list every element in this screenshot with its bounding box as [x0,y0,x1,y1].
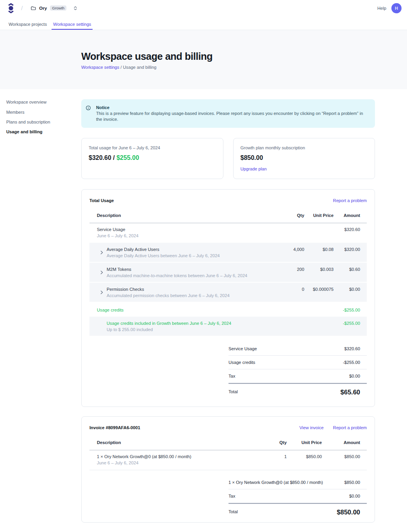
topbar: / Ory Growth Help H [0,0,407,16]
cell-unit-price [304,226,334,239]
summary-value: $850.00 [337,509,367,516]
workspace-name[interactable]: Ory [39,6,47,11]
invoice-row-growth-plan: 1 × Ory Network Growth@0 (at $850.00 / m… [89,450,367,470]
report-problem-link-usage[interactable]: Report a problem [333,197,367,204]
page-title: Workspace usage and billing [81,50,407,62]
summary-label: 1 × Ory Network Growth@0 (at $850.00 / m… [228,479,323,485]
total-usage-table-card: Total Usage Report a problem Description… [81,189,375,407]
invoice-card-title: Invoice #8099AFA6-0001 [89,425,140,431]
cell-qty: 4,000 [275,246,304,259]
summary-label: Total [228,389,238,395]
cell-qty [275,307,304,313]
summary-label: Tax [228,373,235,379]
cell-amount: $320.60 [334,226,360,239]
row-title: Service Usage [97,226,275,233]
cell-unit-price: $0.003 [304,266,334,279]
summary-value: $0.00 [349,493,367,499]
invoice-summary: 1 × Ory Network Growth@0 (at $850.00 / m… [228,476,367,522]
tab-workspace-settings[interactable]: Workspace settings [52,16,93,30]
info-icon [86,106,91,110]
cell-unit-price: $0.08 [304,246,334,259]
column-qty: Qty [275,213,304,218]
notice-body: This is a preview feature for displaying… [96,111,368,122]
workspace-tabbar: Workspace projects Workspace settings [0,16,407,30]
summary-value: $0.00 [349,373,367,379]
invoice-summary-row-plan: 1 × Ory Network Growth@0 (at $850.00 / m… [228,476,367,489]
summary-value: -$255.00 [343,359,367,365]
upgrade-plan-link[interactable]: Upgrade plan [241,166,368,172]
breadcrumb-link-workspace-settings[interactable]: Workspace settings [81,65,119,70]
table-row-m2m-tokens[interactable]: M2M Tokens Accumulated machine-to-machin… [89,263,367,283]
folder-icon [31,6,36,10]
table-row-average-daily-active-users[interactable]: Average Daily Active Users Average Daily… [89,243,367,263]
sidebar-item-plans-and-subscription[interactable]: Plans and subscription [6,117,81,127]
invoice-summary-total: Total $850.00 [228,503,367,516]
total-usage-card-head: Total Usage Report a problem [82,190,375,209]
row-subtitle: Up to $ 255.00 included [107,326,275,333]
summary-value: $850.00 [345,479,367,485]
invoice-table-header: Description Qty Unit Price Amount [89,436,367,450]
total-usage-card-title: Total Usage [89,197,114,204]
table-row-usage-credits-included: Usage credits included in Growth between… [89,317,367,337]
table-row-service-usage: Service Usage June 6 – July 6, 2024 $320… [89,223,367,243]
total-usage-table: Description Qty Unit Price Amount Servic… [89,209,367,407]
table-row-permission-checks[interactable]: Permission Checks Accumulated permission… [89,283,367,303]
cell-amount: $320.00 [334,246,360,259]
summary-value: $65.60 [341,389,367,396]
ory-logo-icon[interactable] [8,3,14,13]
cell-amount: -$255.00 [334,307,360,313]
report-problem-link-invoice[interactable]: Report a problem [333,425,367,431]
tab-workspace-projects[interactable]: Workspace projects [7,16,48,30]
breadcrumb-slash: / [21,5,23,11]
column-desc: Description [89,440,265,445]
chevron-right-icon[interactable] [100,290,103,294]
cell-unit-price: $850.00 [287,453,322,466]
invoice-card: Invoice #8099AFA6-0001 View invoice Repo… [81,416,375,523]
breadcrumb: Workspace settings / Usage and billing [81,64,407,70]
usage-summary: Service Usage $320.60 Usage credits -$25… [228,342,367,407]
summary-label: Tax [228,493,235,499]
sidebar-item-members[interactable]: Members [6,107,81,117]
invoice-table: Description Qty Unit Price Amount 1 × Or… [89,436,367,522]
plan-badge: Growth [50,5,66,11]
notice-text: Notice This is a preview feature for dis… [96,105,368,122]
summary-row-service-usage: Service Usage $320.60 [228,342,367,356]
row-title: Usage credits included in Growth between… [107,320,275,326]
breadcrumb-current: Usage and billing [123,65,157,70]
usage-summary-cards: Total usage for June 6 – July 6, 2024 $3… [81,138,375,179]
total-usage-card: Total usage for June 6 – July 6, 2024 $3… [81,138,223,179]
row-title: Average Daily Active Users [107,246,275,253]
row-title: Permission Checks [107,286,275,292]
notice-title: Notice [96,105,368,111]
total-usage-label: Total usage for June 6 – July 6, 2024 [89,145,216,150]
chevron-right-icon[interactable] [100,251,103,254]
summary-row-tax: Tax $0.00 [228,369,367,383]
column-amount: Amount [334,213,360,218]
page-hero: Workspace usage and billing Workspace se… [0,30,407,89]
workspace-selector-icon[interactable] [74,6,77,10]
cell-amount: $0.00 [334,286,360,299]
main: Notice This is a preview feature for dis… [81,89,375,523]
cell-qty [275,320,304,333]
help-link[interactable]: Help [377,6,386,11]
sidebar-item-workspace-overview[interactable]: Workspace overview [6,97,81,107]
cell-unit-price [304,307,334,313]
row-subtitle: Accumulated permission checks between Ju… [107,292,275,299]
usage-table-header: Description Qty Unit Price Amount [89,209,367,223]
invoice-summary-row-tax: Tax $0.00 [228,489,367,503]
avatar[interactable]: H [391,3,402,13]
cell-amount: $850.00 [322,453,360,466]
chevron-right-icon[interactable] [100,270,103,274]
column-desc: Description [89,213,275,218]
table-row-usage-credits: Usage credits -$255.00 [89,303,367,317]
row-subtitle: Average Daily Active Users between June … [107,253,275,259]
plan-value: $850.00 [241,154,368,161]
cell-unit-price [304,320,334,333]
sidebar-item-usage-and-billing[interactable]: Usage and billing [6,127,81,137]
view-invoice-link[interactable]: View invoice [300,425,324,431]
content: Workspace overview Members Plans and sub… [0,89,407,523]
column-unit: Unit Price [287,440,322,445]
row-title: 1 × Ory Network Growth@0 (at $850.00 / m… [97,453,265,460]
topbar-right: Help H [377,3,402,13]
plan-subscription-card: Growth plan monthly subscription $850.00… [233,138,375,179]
